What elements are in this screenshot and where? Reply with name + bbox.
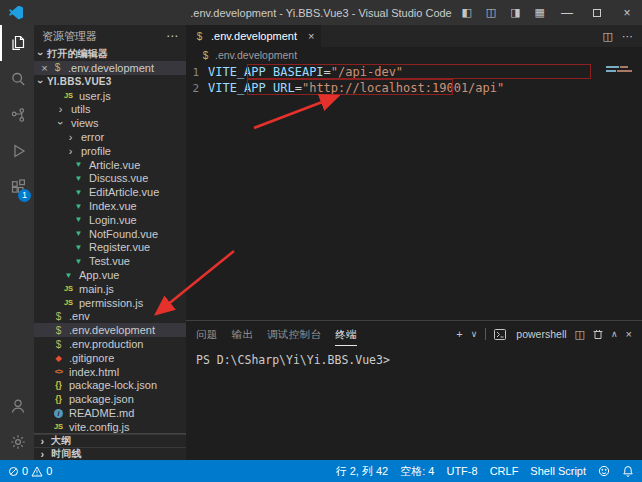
trash-icon[interactable] [593,329,603,340]
activity-accounts[interactable] [0,388,34,424]
tree-item-views[interactable]: ›views [34,116,186,130]
sidebar-section-1[interactable]: ›时间线 [34,447,186,460]
tree-item-label: permission.js [79,297,143,309]
tree-item-profile[interactable]: ›profile [34,144,186,158]
tree-item-user-js[interactable]: JSuser.js [34,89,186,103]
tree-item-notfound-vue[interactable]: ▼NotFound.vue [34,227,186,241]
problems-status[interactable]: 0 0 [8,465,52,477]
editor-tab-bar: $.env.development× ◫ ⋯ [186,25,642,47]
panel-tab-2[interactable]: 调试控制台 [267,323,321,346]
tree-item-package-lock-json[interactable]: {}package-lock.json [34,379,186,393]
tree-item-label: NotFound.vue [89,228,158,240]
tree-item-permission-js[interactable]: JSpermission.js [34,296,186,310]
customize-layout-icon[interactable]: ▦ [528,6,552,19]
tree-item-app-vue[interactable]: ▼App.vue [34,268,186,282]
tree-item-utils[interactable]: ›utils [34,103,186,117]
split-editor-icon[interactable]: ◫ [603,30,613,43]
tree-item-index-html[interactable]: <>index.html [34,365,186,379]
tree-item-label: App.vue [79,269,119,281]
open-editors-header[interactable]: › 打开的编辑器 [34,47,186,61]
activity-search[interactable] [0,61,34,97]
notifications-bell-icon[interactable] [622,465,634,477]
tree-item-error[interactable]: ›error [34,130,186,144]
tab-close-icon[interactable]: × [308,30,314,42]
activity-spacer [0,205,34,388]
section-label: 大纲 [51,434,71,448]
toggle-sidebar-icon[interactable]: ◧ [454,6,478,19]
tree-item-index-vue[interactable]: ▼Index.vue [34,199,186,213]
tree-item-main-js[interactable]: JSmain.js [34,282,186,296]
tree-item-package-json[interactable]: {}package.json [34,392,186,406]
tree-item-article-vue[interactable]: ▼Article.vue [34,158,186,172]
js-file-icon: JS [62,91,75,100]
sidebar-section-0[interactable]: ›大纲 [34,434,186,447]
editor-tabs: $.env.development× [186,25,321,47]
tree-item-gitignore[interactable]: ◆.gitignore [34,351,186,365]
minimize-button[interactable]: — [552,0,582,25]
tree-item-env-production[interactable]: $.env.production [34,337,186,351]
json-file-icon: {} [52,380,65,390]
activity-source-control[interactable] [0,97,34,133]
encoding[interactable]: UTF-8 [446,465,477,477]
tree-item-discuss-vue[interactable]: ▼Discuss.vue [34,172,186,186]
editor-area: $.env.development× ◫ ⋯ $ .env.developmen… [186,25,642,460]
eol-sequence[interactable]: CRLF [490,465,519,477]
shell-file-icon: $ [52,311,65,322]
panel-tab-3[interactable]: 终端 [335,323,357,346]
panel-tab-1[interactable]: 输出 [232,323,254,346]
indentation[interactable]: 空格: 4 [400,464,434,479]
panel-header: 问题输出调试控制台终端 + ∨ powershell ◫ ∧ [186,321,642,347]
panel-tab-0[interactable]: 问题 [196,323,218,346]
code-line[interactable]: 2VITE_APP_URL="http://localhost:19001/ap… [186,80,642,96]
tree-item-label: Register.vue [89,241,150,253]
split-terminal-icon[interactable]: ◫ [575,328,585,341]
tree-item-vite-config-js[interactable]: JSvite.config.js [34,420,186,433]
code-line[interactable]: 1VITE_APP_BASEAPI="/api-dev" [186,64,642,80]
tree-item-label: EditArticle.vue [89,186,159,198]
editor-tab-env-development[interactable]: $.env.development× [186,25,321,47]
tree-item-label: vite.config.js [69,421,130,433]
new-terminal-icon[interactable]: + [456,328,462,340]
maximize-panel-icon[interactable]: ∧ [611,329,618,339]
tree-item-env[interactable]: $.env [34,310,186,324]
feedback-smiley-icon[interactable] [598,465,610,477]
terminal-dropdown-icon[interactable]: ∨ [471,329,478,339]
bottom-panel: 问题输出调试控制台终端 + ∨ powershell ◫ ∧ [186,320,642,460]
activity-extensions[interactable]: 1 [0,169,34,205]
line-number: 2 [186,82,208,95]
activity-explorer[interactable] [0,25,34,61]
minimap[interactable] [606,66,632,72]
close-button[interactable]: × [612,0,642,25]
panel-actions: + ∨ powershell ◫ ∧ × [456,328,632,341]
tree-item-test-vue[interactable]: ▼Test.vue [34,254,186,268]
tree-item-env-development[interactable]: $.env.development [34,323,186,337]
more-actions-icon[interactable]: ⋯ [622,30,633,43]
more-actions-icon[interactable]: ⋯ [166,29,178,43]
tree-item-register-vue[interactable]: ▼Register.vue [34,241,186,255]
tree-item-readme-md[interactable]: iREADME.md [34,406,186,420]
language-mode[interactable]: Shell Script [530,465,586,477]
tree-item-login-vue[interactable]: ▼Login.vue [34,213,186,227]
open-editor-item[interactable]: ×$.env.development [34,61,186,75]
source-control-icon [9,106,27,124]
terminal-output[interactable]: PS D:\CSharp\Yi\Yi.BBS.Vue3> [186,347,642,460]
activity-settings[interactable] [0,424,34,460]
close-panel-icon[interactable]: × [626,328,632,340]
code-editor[interactable]: 1VITE_APP_BASEAPI="/api-dev"2VITE_APP_UR… [186,63,642,320]
tree-item-editarticle-vue[interactable]: ▼EditArticle.vue [34,185,186,199]
breadcrumb[interactable]: $ .env.development [186,47,642,63]
shell-name[interactable]: powershell [516,328,566,340]
breadcrumb-item[interactable]: .env.development [215,49,297,61]
vue-file-icon: ▼ [72,202,85,211]
toggle-secondary-sidebar-icon[interactable]: ◨ [503,6,527,19]
toggle-panel-icon[interactable]: ◫ [479,6,503,19]
status-left: 0 0 [8,465,52,477]
cursor-position[interactable]: 行 2, 列 42 [336,464,389,479]
maximize-button[interactable] [582,0,612,25]
project-header[interactable]: › YI.BBS.VUE3 [34,75,186,89]
activity-run-debug[interactable] [0,133,34,169]
close-icon[interactable]: × [38,62,51,74]
chevron-down-icon: › [55,117,67,130]
activity-bar: 1 [0,25,34,460]
chevron-right-icon: › [64,131,77,143]
